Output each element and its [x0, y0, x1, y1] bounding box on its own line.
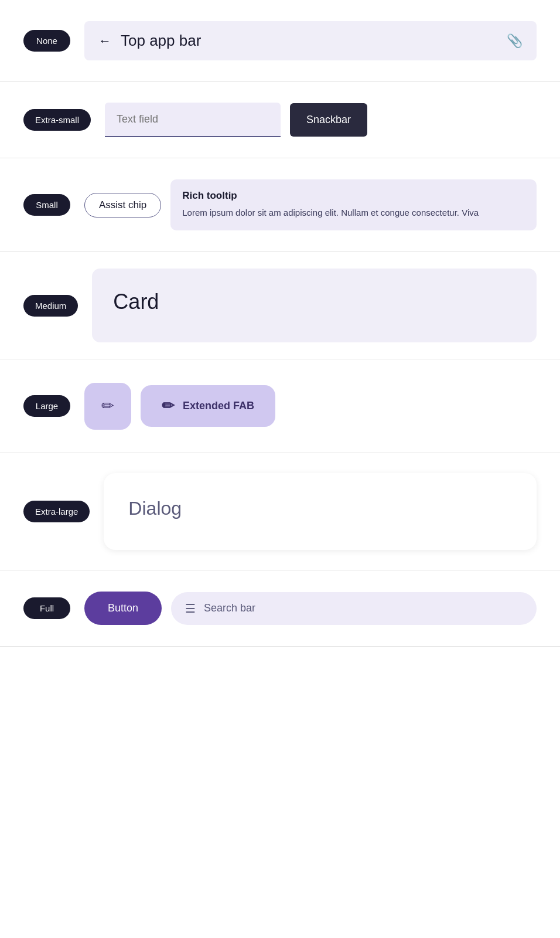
paperclip-icon[interactable]: 📎	[507, 33, 523, 49]
top-app-bar-title: Top app bar	[121, 32, 201, 50]
content-area-small: Assist chip Rich tooltip Lorem ipsum dol…	[84, 179, 537, 230]
top-app-bar-left: ← Top app bar	[98, 32, 201, 50]
rich-tooltip: Rich tooltip Lorem ipsum dolor sit am ad…	[170, 179, 537, 230]
dialog: Dialog	[104, 473, 537, 550]
badge-none: None	[23, 30, 70, 52]
row-large: Large ✏ ✏ Extended FAB	[0, 359, 560, 453]
badge-extra-small: Extra-small	[23, 109, 91, 131]
rich-tooltip-body: Lorem ipsum dolor sit am adipiscing elit…	[182, 206, 525, 220]
menu-icon: ☰	[185, 601, 196, 616]
badge-extra-large: Extra-large	[23, 501, 90, 522]
content-area-extra-small: Snackbar	[105, 103, 537, 137]
badge-large: Large	[23, 395, 70, 417]
extended-fab-icon: ✏	[162, 397, 175, 415]
fab-icon: ✏	[101, 397, 114, 415]
dialog-title: Dialog	[128, 498, 182, 519]
top-app-bar: ← Top app bar 📎	[84, 21, 537, 60]
row-extra-small: Extra-small Snackbar	[0, 82, 560, 158]
fab-button[interactable]: ✏	[84, 383, 131, 430]
back-icon[interactable]: ←	[98, 33, 111, 49]
row-none: None ← Top app bar 📎	[0, 0, 560, 82]
text-field-input[interactable]	[105, 103, 281, 137]
content-area-full: Button ☰ Search bar	[84, 592, 537, 625]
search-bar[interactable]: ☰ Search bar	[171, 592, 537, 625]
search-bar-placeholder: Search bar	[204, 602, 255, 614]
row-small: Small Assist chip Rich tooltip Lorem ips…	[0, 158, 560, 252]
full-button[interactable]: Button	[84, 592, 162, 625]
card-title: Card	[113, 290, 159, 314]
badge-medium: Medium	[23, 295, 78, 317]
content-area-large: ✏ ✏ Extended FAB	[84, 383, 537, 430]
card[interactable]: Card	[92, 269, 537, 342]
extended-fab-button[interactable]: ✏ Extended FAB	[141, 385, 275, 427]
rich-tooltip-title: Rich tooltip	[182, 190, 525, 202]
badge-full: Full	[23, 597, 70, 619]
row-medium: Medium Card	[0, 252, 560, 359]
content-area-medium: Card	[92, 269, 537, 342]
content-area-none: ← Top app bar 📎	[84, 21, 537, 60]
row-full: Full Button ☰ Search bar	[0, 570, 560, 647]
snackbar: Snackbar	[290, 103, 367, 137]
assist-chip[interactable]: Assist chip	[84, 193, 161, 217]
badge-small: Small	[23, 194, 70, 216]
row-extra-large: Extra-large Dialog	[0, 453, 560, 570]
content-area-extra-large: Dialog	[104, 473, 537, 550]
extended-fab-label: Extended FAB	[183, 400, 254, 412]
